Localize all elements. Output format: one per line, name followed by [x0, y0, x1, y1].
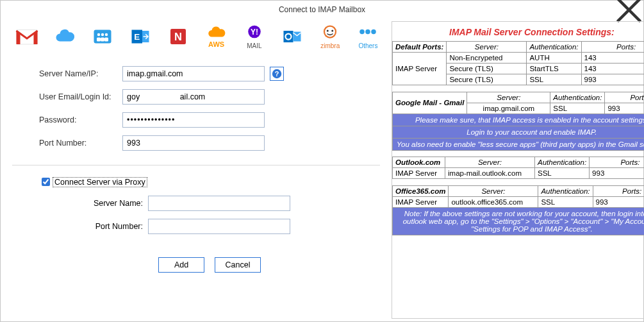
zimbra-label: zimbra: [320, 42, 340, 49]
help-button[interactable]: ?: [270, 67, 284, 81]
table-row: IMAP Server Non-Encrypeted AUTH 143: [393, 53, 645, 64]
proxy-section: Connect Server via Proxy Server Name: Po…: [12, 176, 380, 273]
svg-text:E: E: [134, 32, 140, 42]
n-icon[interactable]: N: [167, 28, 190, 46]
gmail-table: Google Mail - Gmail Server: Authenticati…: [392, 92, 644, 157]
proxy-checkbox-label[interactable]: Connect Server via Proxy: [53, 177, 147, 187]
svg-point-21: [327, 30, 329, 32]
settings-scroll[interactable]: IMAP Mail Server Connection Settings: De…: [392, 21, 644, 319]
svg-rect-7: [97, 38, 101, 42]
svg-text:N: N: [174, 31, 182, 42]
yahoo-icon[interactable]: Y! MAIL: [242, 24, 266, 49]
table-row: IMAP Server outlook.office365.com SSL 99…: [393, 196, 645, 207]
gmail-note-1: Please make sure, that IMAP access is en…: [393, 114, 645, 126]
others-icon[interactable]: Others: [356, 24, 380, 49]
password-label: Password:: [39, 115, 122, 124]
groupwise-icon[interactable]: [90, 28, 114, 46]
yahoo-label: MAIL: [247, 42, 261, 49]
office-label: Office365.com: [393, 185, 449, 196]
help-icon: ?: [271, 68, 283, 80]
zimbra-icon[interactable]: zimbra: [318, 24, 342, 49]
defaults-table: Default Ports: Server: Authentication: P…: [392, 41, 644, 92]
svg-point-23: [360, 30, 365, 35]
office-note: Note: If the above settings are not work…: [393, 207, 645, 235]
svg-text:?: ?: [275, 70, 279, 78]
proxy-server-input[interactable]: [148, 196, 290, 211]
connection-form: Server Name/IP: ? User Email/Login Id: P…: [12, 55, 380, 151]
office-table: Office365.com Server: Authentication: Po…: [392, 185, 644, 235]
svg-rect-9: [104, 38, 108, 42]
aws-icon[interactable]: AWS: [204, 25, 228, 48]
imap-server-cell: IMAP Server: [393, 53, 447, 85]
server-input[interactable]: [122, 66, 265, 81]
window-title: Connect to IMAP Mailbox: [279, 5, 365, 14]
svg-point-20: [324, 26, 336, 38]
exchange-icon[interactable]: E: [129, 28, 153, 46]
table-row: IMAP Server imap-mail.outlook.com SSL 99…: [393, 168, 645, 179]
left-panel: E N AWS Y! MAIL zimbra: [1, 19, 392, 321]
gmail-note-3: You also need to enable "less secure app…: [393, 138, 645, 150]
user-input[interactable]: [122, 89, 265, 105]
gmail-label: Google Mail - Gmail: [393, 92, 467, 114]
title-bar: Connect to IMAP Mailbox: [1, 1, 643, 19]
svg-point-24: [366, 30, 371, 35]
hdr-server: Server:: [447, 42, 527, 53]
proxy-port-label: Port Number:: [39, 222, 148, 231]
aws-label: AWS: [208, 40, 224, 48]
proxy-checkbox[interactable]: [42, 178, 50, 186]
server-label: Server Name/IP:: [39, 69, 122, 78]
outlook-table: Outlook.com Server: Authentication: Port…: [392, 157, 644, 185]
provider-icon-row: E N AWS Y! MAIL zimbra: [12, 19, 380, 55]
svg-point-5: [101, 33, 104, 37]
svg-text:Y!: Y!: [251, 28, 258, 37]
svg-point-6: [105, 33, 108, 37]
settings-heading: IMAP Mail Server Connection Settings:: [392, 22, 644, 41]
port-label: Port Number:: [39, 139, 122, 148]
svg-rect-8: [101, 38, 104, 42]
svg-point-4: [97, 33, 101, 37]
close-button[interactable]: [615, 1, 643, 19]
hdr-ports: Ports:: [581, 42, 644, 53]
proxy-server-label: Server Name:: [39, 199, 148, 208]
outlook-label: Outlook.com: [393, 157, 445, 168]
defaults-row-label: Default Ports:: [393, 42, 447, 53]
password-input[interactable]: [122, 112, 265, 128]
proxy-port-input[interactable]: [148, 219, 290, 234]
divider: [12, 165, 380, 165]
right-panel: IMAP Mail Server Connection Settings: De…: [392, 19, 644, 321]
gmail-note-2: Login to your account and enable IMAP.: [393, 126, 645, 138]
add-button[interactable]: Add: [158, 257, 204, 273]
gmail-icon[interactable]: [15, 28, 38, 46]
outlook-icon[interactable]: [280, 28, 304, 46]
cancel-button[interactable]: Cancel: [215, 257, 261, 273]
user-label: User Email/Login Id:: [39, 92, 122, 101]
svg-point-22: [331, 30, 333, 32]
icloud-icon[interactable]: [53, 28, 76, 46]
others-label: Others: [358, 42, 377, 49]
port-input[interactable]: [122, 135, 265, 151]
dialog-window: Connect to IMAP Mailbox E: [0, 0, 644, 322]
hdr-auth: Authentication:: [527, 42, 581, 53]
svg-point-25: [372, 30, 377, 35]
dialog-content: E N AWS Y! MAIL zimbra: [1, 19, 643, 321]
